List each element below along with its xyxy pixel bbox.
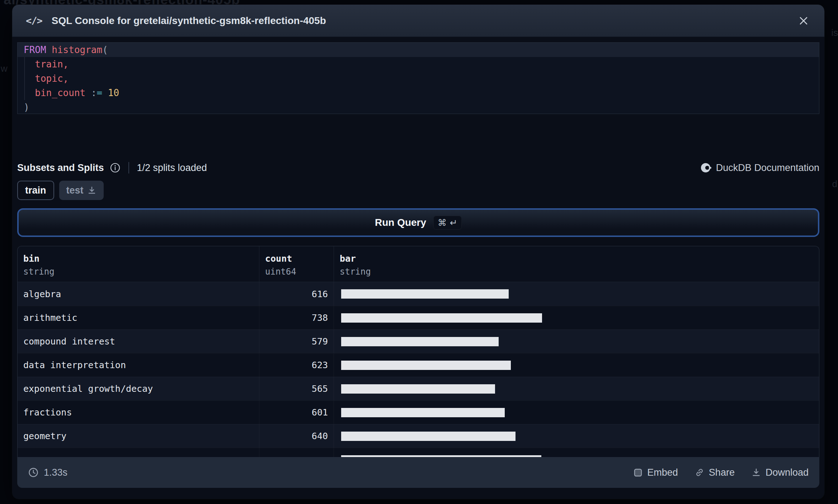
count-cell: 738 <box>312 313 334 323</box>
sql-token: train <box>35 59 63 70</box>
table-row[interactable] <box>18 448 819 457</box>
bar-cell <box>334 377 819 400</box>
sql-token: ( <box>102 44 108 55</box>
bin-cell: arithmetic <box>18 313 259 323</box>
bar-cell <box>334 353 819 377</box>
count-cell: 616 <box>312 289 334 299</box>
results-table: bin string count uint64 bar string algeb… <box>17 246 819 457</box>
sql-token: 10 <box>108 87 119 98</box>
share-label: Share <box>709 467 735 478</box>
run-query-button[interactable]: Run Query ⌘ ↵ <box>17 208 819 237</box>
bin-cell: geometry <box>18 431 259 441</box>
sql-console-modal: </> SQL Console for gretelai/synthetic-g… <box>12 5 824 499</box>
histogram-bar <box>341 408 505 417</box>
run-query-label: Run Query <box>375 217 426 228</box>
table-row[interactable]: compound interest579 <box>18 329 819 353</box>
count-column: 623 <box>259 353 334 377</box>
bar-cell <box>334 330 819 353</box>
indent-guide <box>24 57 25 100</box>
column-header-bar[interactable]: bar string <box>334 246 819 282</box>
column-name: bar <box>340 253 813 264</box>
query-duration: 1.33s <box>28 467 67 478</box>
column-name: count <box>265 253 328 264</box>
table-row[interactable]: exponential growth/decay565 <box>18 377 819 400</box>
count-column: 738 <box>259 306 334 329</box>
count-column: 616 <box>259 282 334 306</box>
tab-label: train <box>25 185 46 196</box>
sql-token <box>102 87 108 98</box>
sql-code: FROM histogram( train, topic, bin_count … <box>18 43 819 114</box>
splits-heading: Subsets and Splits <box>17 162 104 173</box>
embed-icon <box>633 468 643 477</box>
count-column: 565 <box>259 377 334 400</box>
close-button[interactable] <box>796 14 811 28</box>
table-row[interactable]: data interpretation623 <box>18 353 819 377</box>
share-button[interactable]: Share <box>695 467 735 478</box>
page: ai/synthetic-gsm8k-reflection-405b w is … <box>0 0 838 504</box>
tab-test[interactable]: test <box>59 181 104 200</box>
column-type: uint64 <box>265 267 328 277</box>
histogram-bar <box>341 289 509 299</box>
footer-actions: Embed Share Download <box>633 467 809 478</box>
code-line[interactable]: FROM histogram( <box>18 43 819 57</box>
close-icon <box>799 16 809 26</box>
code-line[interactable]: bin_count := 10 <box>18 86 819 100</box>
results-footer: 1.33s Embed Share <box>17 457 819 488</box>
doc-link-label: DuckDB Documentation <box>716 162 819 173</box>
column-type: string <box>340 267 813 277</box>
table-row[interactable]: arithmetic738 <box>18 306 819 329</box>
duration-value: 1.33s <box>44 467 67 478</box>
histogram-bar <box>341 455 541 457</box>
clock-icon <box>28 467 39 478</box>
bin-cell: fractions <box>18 407 259 418</box>
embed-label: Embed <box>647 467 678 478</box>
download-button[interactable]: Download <box>751 467 809 478</box>
count-cell: 623 <box>312 360 334 370</box>
histogram-bar <box>341 432 515 441</box>
modal-header: </> SQL Console for gretelai/synthetic-g… <box>12 5 824 37</box>
background-text-fragment: w <box>1 63 8 74</box>
info-icon[interactable] <box>110 162 121 173</box>
splits-row: Subsets and Splits 1/2 splits loaded Duc… <box>17 162 819 173</box>
embed-button[interactable]: Embed <box>633 467 678 478</box>
code-line[interactable]: topic, <box>18 71 819 86</box>
table-row[interactable]: fractions601 <box>18 400 819 424</box>
download-icon <box>87 186 96 195</box>
splits-loaded-status: 1/2 splits loaded <box>137 162 207 173</box>
sql-editor[interactable]: FROM histogram( train, topic, bin_count … <box>17 42 819 114</box>
sql-token: FROM <box>24 44 52 55</box>
table-row[interactable]: geometry640 <box>18 424 819 448</box>
keyboard-shortcut-badge: ⌘ ↵ <box>433 216 462 230</box>
column-header-count[interactable]: count uint64 <box>259 246 334 282</box>
tab-label: test <box>66 185 84 196</box>
count-cell: 601 <box>312 407 334 418</box>
enter-key-icon: ↵ <box>450 218 457 228</box>
count-cell: 579 <box>312 336 334 347</box>
code-line[interactable]: train, <box>18 57 819 71</box>
count-column <box>259 448 334 457</box>
code-line[interactable]: ) <box>18 100 819 114</box>
histogram-bar <box>341 337 499 346</box>
table-row[interactable]: algebra616 <box>18 282 819 306</box>
duckdb-documentation-link[interactable]: DuckDB Documentation <box>700 162 819 173</box>
bin-cell: compound interest <box>18 336 259 347</box>
bar-cell <box>334 401 819 424</box>
sql-token: , <box>63 73 69 84</box>
background-text-fragment: d <box>832 179 837 190</box>
code-icon: </> <box>26 15 42 26</box>
tab-train[interactable]: train <box>17 181 54 200</box>
splits-info: Subsets and Splits 1/2 splits loaded <box>17 162 207 173</box>
count-column: 640 <box>259 424 334 448</box>
count-cell: 640 <box>312 431 334 441</box>
column-header-bin[interactable]: bin string <box>18 246 259 282</box>
download-label: Download <box>766 467 809 478</box>
count-column: 579 <box>259 330 334 353</box>
bar-cell <box>334 424 819 448</box>
count-column: 601 <box>259 401 334 424</box>
modal-title: SQL Console for gretelai/synthetic-gsm8k… <box>52 15 326 27</box>
histogram-bar <box>341 384 495 394</box>
cmd-key-icon: ⌘ <box>438 218 447 228</box>
divider <box>128 162 129 173</box>
split-tabs: train test <box>17 181 819 200</box>
table-body: algebra616arithmetic738compound interest… <box>18 282 819 457</box>
